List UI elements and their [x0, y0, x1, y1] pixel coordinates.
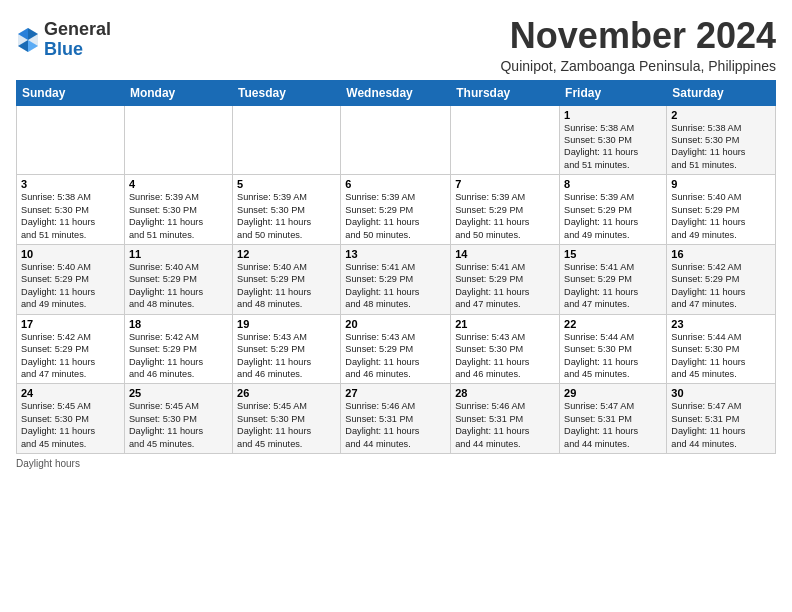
calendar-cell: 13Sunrise: 5:41 AM Sunset: 5:29 PM Dayli… [341, 244, 451, 314]
day-number: 8 [564, 178, 662, 190]
day-info: Sunrise: 5:43 AM Sunset: 5:30 PM Dayligh… [455, 331, 555, 381]
day-number: 30 [671, 387, 771, 399]
title-block: November 2024 Quinipot, Zamboanga Penins… [500, 16, 776, 74]
day-info: Sunrise: 5:46 AM Sunset: 5:31 PM Dayligh… [345, 400, 446, 450]
day-info: Sunrise: 5:47 AM Sunset: 5:31 PM Dayligh… [671, 400, 771, 450]
day-number: 2 [671, 109, 771, 121]
calendar-cell: 4Sunrise: 5:39 AM Sunset: 5:30 PM Daylig… [124, 175, 232, 245]
day-number: 5 [237, 178, 336, 190]
week-row-3: 17Sunrise: 5:42 AM Sunset: 5:29 PM Dayli… [17, 314, 776, 384]
day-number: 23 [671, 318, 771, 330]
col-header-sunday: Sunday [17, 80, 125, 105]
day-number: 13 [345, 248, 446, 260]
calendar-cell: 18Sunrise: 5:42 AM Sunset: 5:29 PM Dayli… [124, 314, 232, 384]
calendar-cell [233, 105, 341, 175]
day-info: Sunrise: 5:43 AM Sunset: 5:29 PM Dayligh… [345, 331, 446, 381]
calendar: SundayMondayTuesdayWednesdayThursdayFrid… [16, 80, 776, 454]
week-row-4: 24Sunrise: 5:45 AM Sunset: 5:30 PM Dayli… [17, 384, 776, 454]
day-number: 25 [129, 387, 228, 399]
calendar-cell: 7Sunrise: 5:39 AM Sunset: 5:29 PM Daylig… [451, 175, 560, 245]
day-info: Sunrise: 5:41 AM Sunset: 5:29 PM Dayligh… [455, 261, 555, 311]
week-row-2: 10Sunrise: 5:40 AM Sunset: 5:29 PM Dayli… [17, 244, 776, 314]
calendar-cell: 12Sunrise: 5:40 AM Sunset: 5:29 PM Dayli… [233, 244, 341, 314]
day-number: 21 [455, 318, 555, 330]
calendar-cell: 21Sunrise: 5:43 AM Sunset: 5:30 PM Dayli… [451, 314, 560, 384]
day-number: 18 [129, 318, 228, 330]
day-info: Sunrise: 5:44 AM Sunset: 5:30 PM Dayligh… [564, 331, 662, 381]
day-number: 16 [671, 248, 771, 260]
day-number: 7 [455, 178, 555, 190]
day-info: Sunrise: 5:45 AM Sunset: 5:30 PM Dayligh… [237, 400, 336, 450]
day-info: Sunrise: 5:41 AM Sunset: 5:29 PM Dayligh… [345, 261, 446, 311]
calendar-cell: 14Sunrise: 5:41 AM Sunset: 5:29 PM Dayli… [451, 244, 560, 314]
day-number: 4 [129, 178, 228, 190]
day-info: Sunrise: 5:46 AM Sunset: 5:31 PM Dayligh… [455, 400, 555, 450]
day-info: Sunrise: 5:47 AM Sunset: 5:31 PM Dayligh… [564, 400, 662, 450]
header-row: General Blue November 2024 Quinipot, Zam… [16, 16, 776, 74]
calendar-cell: 1Sunrise: 5:38 AM Sunset: 5:30 PM Daylig… [560, 105, 667, 175]
day-info: Sunrise: 5:40 AM Sunset: 5:29 PM Dayligh… [129, 261, 228, 311]
logo-text: General Blue [44, 20, 111, 60]
week-row-1: 3Sunrise: 5:38 AM Sunset: 5:30 PM Daylig… [17, 175, 776, 245]
calendar-cell: 5Sunrise: 5:39 AM Sunset: 5:30 PM Daylig… [233, 175, 341, 245]
logo: General Blue [16, 20, 111, 60]
day-number: 26 [237, 387, 336, 399]
calendar-cell: 3Sunrise: 5:38 AM Sunset: 5:30 PM Daylig… [17, 175, 125, 245]
day-number: 3 [21, 178, 120, 190]
day-info: Sunrise: 5:45 AM Sunset: 5:30 PM Dayligh… [129, 400, 228, 450]
day-number: 9 [671, 178, 771, 190]
day-info: Sunrise: 5:39 AM Sunset: 5:30 PM Dayligh… [129, 191, 228, 241]
calendar-cell: 26Sunrise: 5:45 AM Sunset: 5:30 PM Dayli… [233, 384, 341, 454]
day-info: Sunrise: 5:45 AM Sunset: 5:30 PM Dayligh… [21, 400, 120, 450]
day-info: Sunrise: 5:38 AM Sunset: 5:30 PM Dayligh… [564, 122, 662, 172]
col-header-wednesday: Wednesday [341, 80, 451, 105]
day-number: 22 [564, 318, 662, 330]
day-number: 6 [345, 178, 446, 190]
day-number: 19 [237, 318, 336, 330]
calendar-cell: 11Sunrise: 5:40 AM Sunset: 5:29 PM Dayli… [124, 244, 232, 314]
calendar-cell [17, 105, 125, 175]
calendar-cell [341, 105, 451, 175]
col-header-friday: Friday [560, 80, 667, 105]
calendar-cell: 30Sunrise: 5:47 AM Sunset: 5:31 PM Dayli… [667, 384, 776, 454]
day-info: Sunrise: 5:38 AM Sunset: 5:30 PM Dayligh… [21, 191, 120, 241]
day-info: Sunrise: 5:39 AM Sunset: 5:29 PM Dayligh… [455, 191, 555, 241]
calendar-cell: 23Sunrise: 5:44 AM Sunset: 5:30 PM Dayli… [667, 314, 776, 384]
day-info: Sunrise: 5:43 AM Sunset: 5:29 PM Dayligh… [237, 331, 336, 381]
calendar-cell: 20Sunrise: 5:43 AM Sunset: 5:29 PM Dayli… [341, 314, 451, 384]
calendar-cell: 29Sunrise: 5:47 AM Sunset: 5:31 PM Dayli… [560, 384, 667, 454]
week-row-0: 1Sunrise: 5:38 AM Sunset: 5:30 PM Daylig… [17, 105, 776, 175]
calendar-cell: 16Sunrise: 5:42 AM Sunset: 5:29 PM Dayli… [667, 244, 776, 314]
day-number: 24 [21, 387, 120, 399]
day-info: Sunrise: 5:40 AM Sunset: 5:29 PM Dayligh… [237, 261, 336, 311]
day-info: Sunrise: 5:42 AM Sunset: 5:29 PM Dayligh… [129, 331, 228, 381]
day-number: 28 [455, 387, 555, 399]
calendar-cell: 10Sunrise: 5:40 AM Sunset: 5:29 PM Dayli… [17, 244, 125, 314]
day-number: 14 [455, 248, 555, 260]
calendar-cell: 2Sunrise: 5:38 AM Sunset: 5:30 PM Daylig… [667, 105, 776, 175]
calendar-cell: 24Sunrise: 5:45 AM Sunset: 5:30 PM Dayli… [17, 384, 125, 454]
day-info: Sunrise: 5:40 AM Sunset: 5:29 PM Dayligh… [21, 261, 120, 311]
calendar-cell: 22Sunrise: 5:44 AM Sunset: 5:30 PM Dayli… [560, 314, 667, 384]
day-number: 20 [345, 318, 446, 330]
day-info: Sunrise: 5:42 AM Sunset: 5:29 PM Dayligh… [671, 261, 771, 311]
logo-blue: Blue [44, 40, 111, 60]
logo-general: General [44, 20, 111, 40]
subtitle: Quinipot, Zamboanga Peninsula, Philippin… [500, 58, 776, 74]
logo-icon [16, 26, 40, 54]
day-info: Sunrise: 5:39 AM Sunset: 5:29 PM Dayligh… [564, 191, 662, 241]
col-header-monday: Monday [124, 80, 232, 105]
header-row-days: SundayMondayTuesdayWednesdayThursdayFrid… [17, 80, 776, 105]
day-info: Sunrise: 5:41 AM Sunset: 5:29 PM Dayligh… [564, 261, 662, 311]
footer-note: Daylight hours [16, 458, 776, 469]
day-number: 29 [564, 387, 662, 399]
calendar-cell: 27Sunrise: 5:46 AM Sunset: 5:31 PM Dayli… [341, 384, 451, 454]
calendar-cell: 28Sunrise: 5:46 AM Sunset: 5:31 PM Dayli… [451, 384, 560, 454]
col-header-thursday: Thursday [451, 80, 560, 105]
day-number: 12 [237, 248, 336, 260]
day-info: Sunrise: 5:40 AM Sunset: 5:29 PM Dayligh… [671, 191, 771, 241]
month-title: November 2024 [500, 16, 776, 56]
day-info: Sunrise: 5:44 AM Sunset: 5:30 PM Dayligh… [671, 331, 771, 381]
day-number: 17 [21, 318, 120, 330]
page: General Blue November 2024 Quinipot, Zam… [0, 0, 792, 612]
